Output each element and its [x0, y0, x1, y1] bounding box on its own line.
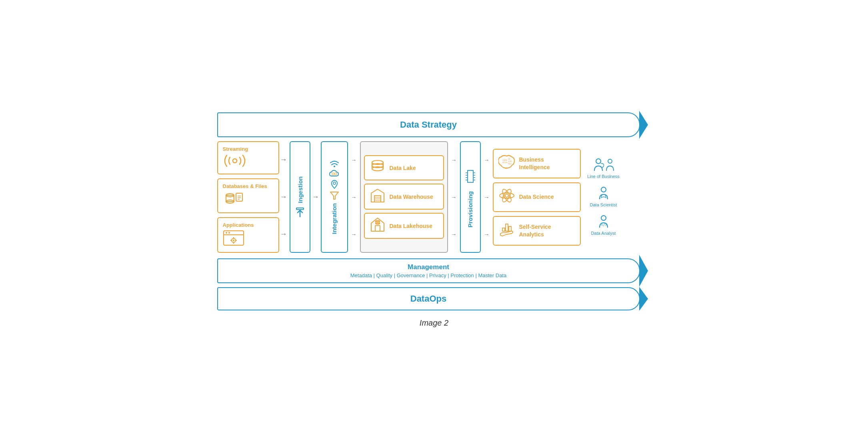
svg-rect-36 — [375, 226, 380, 231]
storage-data-lakehouse: Data Lakehouse — [364, 213, 444, 239]
source-arrows: → → → — [279, 141, 288, 253]
source-applications: Applications — [217, 217, 279, 253]
svg-point-66 — [608, 159, 612, 163]
svg-point-13 — [233, 240, 234, 241]
streaming-label: Streaming — [223, 146, 248, 152]
ds-label: Data Science — [519, 193, 554, 200]
person-analyst: </> Data Analyst — [586, 215, 622, 236]
svg-point-22 — [333, 182, 336, 184]
svg-point-67 — [601, 187, 606, 192]
source-streaming: Streaming — [217, 141, 279, 174]
svg-point-68 — [601, 216, 606, 220]
ssa-label: Self-Service Analytics — [519, 223, 575, 238]
svg-point-10 — [226, 232, 227, 234]
output-ds: 110 010 10 110 Data Science — [493, 182, 581, 212]
storage-data-warehouse: Data Warehouse — [364, 184, 444, 210]
streaming-icon — [223, 154, 247, 170]
bi-label: Business Intelligence — [519, 156, 575, 170]
arrow-prov-to-bi: → — [484, 157, 490, 163]
sources-column: Streaming Databases & Files — [217, 141, 279, 253]
scientist-label: Data Scientist — [590, 202, 617, 208]
svg-text:011: 011 — [508, 162, 512, 165]
arrow-databases: → — [280, 193, 287, 201]
integration-label: Integration — [331, 203, 338, 234]
ssa-icon — [498, 221, 515, 241]
people-column: Line of Business Data Scientist </> — [586, 141, 622, 253]
storage-data-lake: Data Lake — [364, 155, 444, 180]
page-caption: Image 2 — [217, 318, 651, 328]
management-subtitle: Metadata | Quality | Governance | Privac… — [230, 272, 627, 278]
svg-text:010: 010 — [502, 197, 505, 199]
svg-text:</>: </> — [601, 223, 608, 227]
data-lakehouse-icon — [370, 217, 386, 235]
data-lakehouse-label: Data Lakehouse — [390, 223, 432, 229]
arrow-prov-to-ssa: → — [484, 231, 490, 238]
provisioning-label: Provisioning — [467, 191, 474, 228]
data-lake-icon — [370, 159, 386, 176]
provisioning-output-arrows: → → → — [482, 141, 491, 253]
svg-text:110: 110 — [508, 197, 511, 199]
applications-label: Applications — [223, 222, 254, 228]
svg-point-11 — [228, 232, 230, 234]
arrow-to-lakehouse: → — [351, 231, 357, 238]
person-lob: Line of Business — [586, 158, 622, 179]
svg-rect-63 — [509, 226, 511, 231]
ingestion-integration-arrow: → — [312, 141, 319, 253]
applications-icon — [223, 230, 244, 248]
databases-icon — [223, 191, 247, 208]
dataops-banner: DataOps — [217, 287, 640, 310]
ingestion-label: Ingestion — [296, 176, 304, 218]
provisioning-block: Provisioning — [460, 141, 481, 253]
integration-storage-arrows: → → → — [350, 141, 358, 253]
storage-column: Data Lake Data Warehouse — [360, 141, 448, 253]
svg-text:0110: 0110 — [502, 161, 507, 164]
output-ssa: Self-Service Analytics — [493, 216, 581, 246]
arrow-to-warehouse: → — [351, 194, 357, 200]
svg-rect-62 — [506, 224, 508, 231]
svg-point-0 — [233, 159, 237, 163]
ingestion-block: Ingestion — [290, 141, 310, 253]
management-title: Management — [230, 263, 627, 271]
data-lake-label: Data Lake — [390, 165, 416, 171]
page-wrapper: Data Strategy Streaming — [217, 112, 651, 328]
data-strategy-banner: Data Strategy — [217, 112, 640, 137]
person-scientist: Data Scientist — [586, 186, 622, 208]
arrow-prov-to-ds: → — [484, 194, 490, 200]
lob-label: Line of Business — [587, 174, 620, 179]
bi-icon: 1101 0110 01 110 011 — [498, 154, 515, 174]
integration-icons — [329, 160, 340, 201]
management-banner: Management Metadata | Quality | Governan… — [217, 258, 640, 283]
arrow-warehouse-to-prov: → — [451, 194, 457, 200]
output-bi: 1101 0110 01 110 011 Business Intelligen… — [493, 149, 581, 178]
svg-rect-18 — [296, 208, 304, 210]
arrow-streaming: → — [280, 156, 287, 164]
ds-icon: 110 010 10 110 — [498, 187, 515, 207]
svg-point-65 — [596, 159, 601, 164]
output-column: 1101 0110 01 110 011 Business Intelligen… — [493, 141, 581, 253]
data-warehouse-label: Data Warehouse — [390, 194, 433, 200]
data-warehouse-icon — [370, 188, 386, 206]
main-content-area: Streaming Databases & Files — [217, 141, 651, 253]
storage-provisioning-arrows: → → → — [450, 141, 458, 253]
svg-rect-21 — [335, 173, 337, 175]
integration-block: Integration — [321, 141, 348, 253]
dataops-title: DataOps — [410, 294, 446, 304]
svg-rect-40 — [468, 170, 473, 182]
analyst-label: Data Analyst — [591, 230, 616, 236]
svg-rect-20 — [332, 173, 334, 175]
data-strategy-title: Data Strategy — [400, 120, 457, 130]
source-databases: Databases & Files — [217, 178, 279, 213]
databases-label: Databases & Files — [223, 183, 267, 189]
arrow-applications: → — [280, 230, 287, 238]
arrow-lake-to-prov: → — [451, 157, 457, 163]
arrow-lakehouse-to-prov: → — [451, 231, 457, 238]
svg-rect-64 — [502, 228, 505, 231]
svg-rect-4 — [236, 193, 242, 201]
svg-point-19 — [334, 166, 335, 167]
arrow-to-lake: → — [351, 157, 357, 163]
